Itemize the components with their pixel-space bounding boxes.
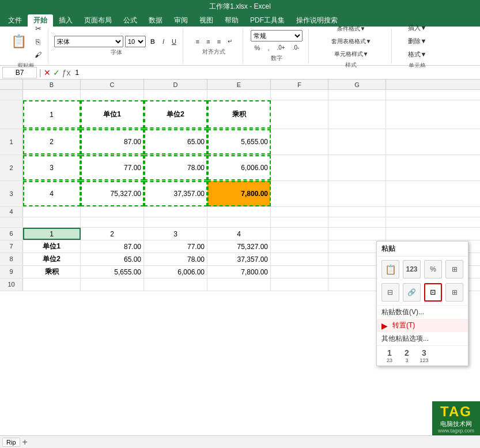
cell-c9[interactable]: 87.00 bbox=[81, 240, 144, 253]
format-cell-button[interactable]: 格式▼ bbox=[400, 48, 434, 61]
cell-c1[interactable] bbox=[81, 90, 144, 100]
cell-b4[interactable]: 3 bbox=[23, 155, 81, 180]
cell-d8[interactable]: 3 bbox=[144, 228, 207, 240]
cell-d10[interactable]: 78.00 bbox=[144, 253, 207, 265]
cell-b12[interactable] bbox=[23, 278, 81, 291]
number-format-select[interactable]: 常规 bbox=[251, 30, 303, 42]
cell-f7[interactable] bbox=[271, 217, 328, 227]
cell-e9[interactable]: 75,327.00 bbox=[207, 240, 271, 253]
conditional-format-button[interactable]: 条件格式▼ bbox=[322, 23, 380, 35]
tab-data[interactable]: 数据 bbox=[143, 14, 168, 27]
paste-icon-link[interactable]: 🔗 bbox=[403, 283, 421, 302]
paste-icon-value[interactable]: 123 bbox=[403, 260, 421, 278]
cell-g7[interactable] bbox=[328, 217, 386, 227]
cell-b3[interactable]: 2 bbox=[23, 129, 81, 155]
col-header-g[interactable]: G bbox=[328, 80, 386, 89]
cell-e10[interactable]: 37,357.00 bbox=[207, 253, 271, 265]
cell-b2[interactable]: 1 bbox=[23, 100, 81, 129]
align-left-button[interactable]: ≡ bbox=[193, 36, 202, 47]
font-italic-button[interactable]: I bbox=[160, 36, 167, 47]
font-size-select[interactable]: 10 bbox=[125, 36, 146, 47]
cell-styles-button[interactable]: 单元格样式▼ bbox=[322, 48, 380, 60]
paste-button[interactable]: 📋 bbox=[7, 32, 31, 51]
name-box[interactable] bbox=[2, 67, 37, 78]
cell-e11[interactable]: 7,800.00 bbox=[207, 266, 271, 278]
tab-pagelayout[interactable]: 页面布局 bbox=[78, 14, 118, 27]
cell-c12[interactable] bbox=[81, 278, 144, 291]
percent-button[interactable]: % bbox=[252, 43, 263, 53]
col-header-d[interactable]: D bbox=[144, 80, 207, 89]
wrap-text-button[interactable]: ↵ bbox=[225, 36, 235, 46]
cell-f4[interactable] bbox=[271, 155, 328, 180]
cell-f1[interactable] bbox=[271, 90, 328, 100]
cell-d11[interactable]: 6,006.00 bbox=[144, 266, 207, 278]
paste-transpose-item[interactable]: ▶ 转置(T) bbox=[377, 319, 468, 332]
cell-d3[interactable]: 65.00 bbox=[144, 129, 207, 155]
cell-g5[interactable] bbox=[328, 181, 386, 206]
col-header-f[interactable]: F bbox=[271, 80, 328, 89]
paste-icon-highlighted[interactable]: ⊡ bbox=[424, 283, 442, 302]
confirm-formula-icon[interactable]: ✓ bbox=[53, 68, 60, 77]
cell-d4[interactable]: 78.00 bbox=[144, 155, 207, 180]
cell-f12[interactable] bbox=[271, 278, 328, 291]
paste-value-item[interactable]: 粘贴数值(V)... bbox=[377, 306, 468, 319]
cell-g2[interactable] bbox=[328, 100, 386, 129]
comma-button[interactable]: , bbox=[264, 43, 272, 53]
cell-d6[interactable] bbox=[144, 207, 207, 217]
cell-f2[interactable] bbox=[271, 100, 328, 129]
paste-icon-extra[interactable]: ⊞ bbox=[445, 283, 463, 302]
paste-icon-transpose[interactable]: ⊟ bbox=[381, 283, 399, 302]
cell-e5[interactable]: 7,800.00 bbox=[207, 181, 271, 206]
cell-b5[interactable]: 4 bbox=[23, 181, 81, 206]
insert-cell-button[interactable]: 插入▼ bbox=[400, 22, 434, 34]
cell-d2[interactable]: 单位2 bbox=[144, 100, 207, 129]
cell-d1[interactable] bbox=[144, 90, 207, 100]
cell-g1[interactable] bbox=[328, 90, 386, 100]
cell-b6[interactable] bbox=[23, 207, 81, 217]
cell-d12[interactable] bbox=[144, 278, 207, 291]
cell-f8[interactable] bbox=[271, 228, 328, 240]
add-sheet-button[interactable]: + bbox=[22, 437, 28, 447]
cell-b1[interactable] bbox=[23, 90, 81, 100]
cell-g4[interactable] bbox=[328, 155, 386, 180]
insert-function-icon[interactable]: ƒx bbox=[62, 68, 71, 77]
col-header-e[interactable]: E bbox=[207, 80, 271, 89]
increase-decimal-button[interactable]: .0+ bbox=[274, 43, 288, 53]
cell-e4[interactable]: 6,006.00 bbox=[207, 155, 271, 180]
cell-g3[interactable] bbox=[328, 129, 386, 155]
format-painter-button[interactable]: 🖌 bbox=[32, 49, 44, 61]
cell-c2[interactable]: 单位1 bbox=[81, 100, 144, 129]
cell-e6[interactable] bbox=[207, 207, 271, 217]
cell-e1[interactable] bbox=[207, 90, 271, 100]
col-header-b[interactable]: B bbox=[23, 80, 81, 89]
font-underline-button[interactable]: U bbox=[169, 36, 179, 47]
cell-c3[interactable]: 87.00 bbox=[81, 129, 144, 155]
cancel-formula-icon[interactable]: ✕ bbox=[44, 68, 51, 77]
cell-f10[interactable] bbox=[271, 253, 328, 265]
cell-c11[interactable]: 5,655.00 bbox=[81, 266, 144, 278]
decrease-decimal-button[interactable]: .0- bbox=[290, 43, 303, 53]
cell-c8[interactable]: 2 bbox=[81, 228, 144, 240]
cell-e12[interactable] bbox=[207, 278, 271, 291]
tab-insert[interactable]: 插入 bbox=[53, 14, 78, 27]
cell-b7[interactable] bbox=[23, 217, 81, 227]
cell-d7[interactable] bbox=[144, 217, 207, 227]
paste-icon-formula[interactable]: % bbox=[424, 260, 442, 278]
cell-b9[interactable]: 单位1 bbox=[23, 240, 81, 253]
cell-f9[interactable] bbox=[271, 240, 328, 253]
paste-icon-clipboard[interactable]: 📋 bbox=[381, 260, 399, 278]
copy-button[interactable]: ⎘ bbox=[32, 36, 44, 48]
cut-button[interactable]: ✂ bbox=[32, 22, 44, 35]
tab-review[interactable]: 审阅 bbox=[168, 14, 194, 27]
cell-d5[interactable]: 37,357.00 bbox=[144, 181, 207, 206]
cell-g6[interactable] bbox=[328, 207, 386, 217]
cell-e7[interactable] bbox=[207, 217, 271, 227]
paste-icon-other1[interactable]: ⊞ bbox=[445, 260, 463, 278]
tab-help[interactable]: 帮助 bbox=[219, 14, 244, 27]
cell-f3[interactable] bbox=[271, 129, 328, 155]
col-header-c[interactable]: C bbox=[81, 80, 144, 89]
tab-pdf[interactable]: PDF工具集 bbox=[244, 14, 290, 27]
font-family-select[interactable]: 宋体 bbox=[54, 36, 123, 47]
cell-e3[interactable]: 5,655.00 bbox=[207, 129, 271, 155]
delete-cell-button[interactable]: 删除▼ bbox=[400, 35, 434, 47]
